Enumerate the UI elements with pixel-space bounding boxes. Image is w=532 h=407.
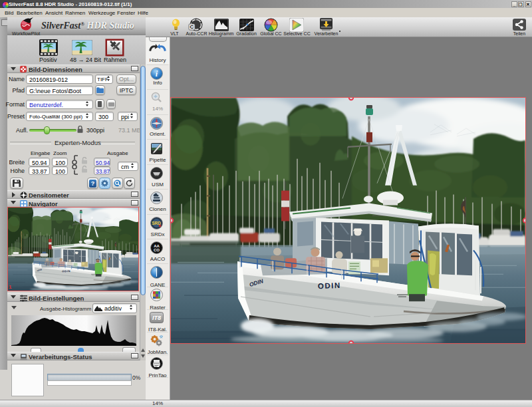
svg-text:ODIN: ODIN	[318, 281, 341, 290]
svg-text:CO: CO	[154, 248, 160, 252]
svg-text:AA: AA	[154, 244, 160, 248]
svg-text:C: C	[190, 24, 194, 30]
svg-text:SRD: SRD	[152, 221, 161, 225]
svg-text:IT8: IT8	[152, 315, 161, 321]
